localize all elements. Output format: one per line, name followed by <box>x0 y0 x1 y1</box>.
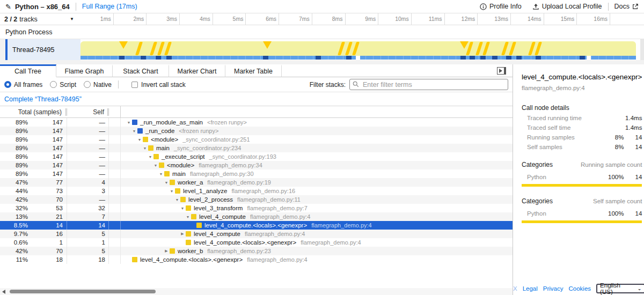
tab-marker-table[interactable]: Marker Table <box>225 64 282 77</box>
cell-total: 89%147 <box>0 127 67 135</box>
table-row[interactable]: 89%147—▼<module>_sync_coordinator.py:251 <box>0 135 513 144</box>
collapse-twisty-icon[interactable]: ▼ <box>158 172 164 176</box>
table-row[interactable]: 9.7%165▶level_4_computeflamegraph_demo.p… <box>0 230 513 238</box>
frame-name: _run_code <box>145 128 174 134</box>
horizontal-scrollbar[interactable] <box>0 288 513 295</box>
invert-call-stack-checkbox[interactable]: Invert call stack <box>131 81 186 88</box>
cell-spacer <box>109 144 121 152</box>
scrollbar-thumb[interactable] <box>10 290 156 293</box>
collapse-twisty-icon[interactable]: ▼ <box>152 164 159 167</box>
column-header-self[interactable]: Self <box>67 108 109 116</box>
thread-activity-graph[interactable] <box>80 39 644 60</box>
docs-link[interactable]: Docs <box>614 3 639 10</box>
marker-slash-icon[interactable] <box>535 42 542 55</box>
collapse-twisty-icon[interactable]: ▼ <box>174 198 180 202</box>
table-row[interactable]: 47%774▼worker_aflamegraph_demo.py:19 <box>0 178 513 187</box>
collapse-twisty-icon[interactable]: ▼ <box>179 206 186 210</box>
radio-script[interactable]: Script <box>50 81 76 88</box>
total-samples: 18 <box>28 256 67 263</box>
table-row[interactable]: 0.6%11level_4_compute.<locals>.<genexpr>… <box>0 238 513 247</box>
total-percent: 89% <box>0 136 28 143</box>
marker-triangle-icon[interactable] <box>460 41 469 49</box>
sidebar-toggle-icon[interactable] <box>497 67 506 75</box>
frame-name: _execute_script <box>162 153 205 160</box>
frame-filter-radios: All framesScriptNative <box>4 81 112 88</box>
marker-slash-icon[interactable] <box>475 42 483 55</box>
marker-slash-icon[interactable] <box>338 42 345 55</box>
breadcrumb-complete-range[interactable]: Complete “Thread-78495” <box>4 95 82 103</box>
frame-file: flamegraph_demo.py:30 <box>190 171 254 177</box>
total-percent: 89% <box>0 128 28 134</box>
marker-slash-icon[interactable] <box>135 42 143 55</box>
collapse-twisty-icon[interactable]: ▼ <box>163 181 170 185</box>
collapse-twisty-icon[interactable]: ▼ <box>136 138 143 142</box>
marker-slash-icon[interactable] <box>501 42 509 55</box>
table-row[interactable]: 42%705▶worker_bflamegraph_demo.py:23 <box>0 247 513 255</box>
collapse-twisty-icon[interactable]: ▼ <box>142 146 148 150</box>
footer-link-cookies[interactable]: Cookies <box>569 285 591 292</box>
table-row[interactable]: 44%733▼level_1_analyzeflamegraph_demo.py… <box>0 187 513 195</box>
table-row[interactable]: 8.5%1414level_4_compute.<locals>.<genexp… <box>0 221 513 230</box>
table-row[interactable]: 89%147—▼mainflamegraph_demo.py:30 <box>0 169 513 178</box>
table-row[interactable]: 11%1818level_4_compute.<locals>.<genexpr… <box>0 255 513 264</box>
cell-spacer <box>109 247 121 255</box>
tab-flame-graph[interactable]: Flame Graph <box>56 64 113 77</box>
frame-name: level_2_process <box>188 196 233 203</box>
cell-tree: ▼worker_aflamegraph_demo.py:19 <box>121 179 513 186</box>
tracks-dropdown[interactable]: 2 / 2 tracks ▼ <box>0 13 80 25</box>
cell-total: 11%18 <box>0 255 67 264</box>
footer-x-link[interactable]: X <box>513 285 517 292</box>
collapse-twisty-icon[interactable]: ▼ <box>169 189 175 193</box>
marker-slash-icon[interactable] <box>345 42 353 55</box>
collapse-twisty-icon[interactable]: ▼ <box>126 121 132 124</box>
full-range-link[interactable]: Full Range (17ms) <box>82 3 137 10</box>
table-row[interactable]: 89%147—▼_run_code<frozen runpy> <box>0 127 513 135</box>
cell-spacer <box>109 195 121 204</box>
language-select[interactable]: English (US) ⌄ <box>596 284 644 293</box>
filter-stacks-input[interactable] <box>349 79 508 90</box>
collapse-twisty-icon[interactable]: ▼ <box>147 155 153 159</box>
table-row[interactable]: 89%147—▼_run_module_as_main<frozen runpy… <box>0 118 513 127</box>
upload-profile-button[interactable]: Upload Local Profile <box>532 3 602 10</box>
collapse-twisty-icon[interactable]: ▼ <box>185 215 191 219</box>
frame-name: level_4_compute <box>199 213 246 220</box>
table-row[interactable]: 89%147—▼_execute_script_sync_coordinator… <box>0 152 513 161</box>
marker-triangle-icon[interactable] <box>263 41 272 49</box>
timeline-scrollbar[interactable] <box>640 39 644 60</box>
marker-slash-icon[interactable] <box>482 42 490 55</box>
table-row[interactable]: 13%217▼level_4_computeflamegraph_demo.py… <box>0 212 513 221</box>
table-row[interactable]: 89%147—▼main_sync_coordinator.py:234 <box>0 144 513 152</box>
marker-slash-icon[interactable] <box>352 42 360 55</box>
frame-file: <frozen runpy> <box>179 128 218 134</box>
thread-track[interactable]: Thread-78495 <box>0 39 644 60</box>
marker-slash-icon[interactable] <box>509 42 516 55</box>
table-row[interactable]: 89%147—▼<module>flamegraph_demo.py:34 <box>0 161 513 169</box>
profile-info-button[interactable]: Profile Info <box>480 3 522 10</box>
tab-call-tree[interactable]: Call Tree <box>0 64 56 77</box>
radio-native[interactable]: Native <box>84 81 112 88</box>
thread-track-label[interactable]: Thread-78495 <box>8 39 80 60</box>
frame-file: flamegraph_demo.py:4 <box>245 231 305 237</box>
table-row[interactable]: 42%70—▼level_2_processflamegraph_demo.py… <box>0 195 513 204</box>
process-track-header[interactable]: Python Process <box>0 25 644 39</box>
footer-link-privacy[interactable]: Privacy <box>543 285 564 292</box>
collapse-twisty-icon[interactable]: ▼ <box>131 129 137 133</box>
tab-stack-chart[interactable]: Stack Chart <box>113 64 169 77</box>
total-percent: 13% <box>0 213 28 220</box>
scroll-left-arrow-icon[interactable] <box>2 290 5 294</box>
edit-profile-name-icon[interactable]: ✎ <box>5 3 11 11</box>
tab-marker-chart[interactable]: Marker Chart <box>169 64 225 77</box>
marker-slash-icon[interactable] <box>150 42 157 55</box>
marker-slash-icon[interactable] <box>164 42 172 55</box>
expand-twisty-icon[interactable]: ▶ <box>179 232 186 236</box>
expand-twisty-icon[interactable]: ▶ <box>163 249 170 253</box>
ruler-tick: 4ms <box>180 13 213 25</box>
timeline-ruler-row: 2 / 2 tracks ▼ 1ms2ms3ms4ms5ms6ms7ms8ms9… <box>0 13 644 25</box>
marker-triangle-icon[interactable] <box>119 41 128 49</box>
footer-link-legal[interactable]: Legal <box>523 285 538 292</box>
table-row[interactable]: 32%5332▼level_3_transformflamegraph_demo… <box>0 204 513 212</box>
cell-self: — <box>67 161 109 169</box>
column-header-total[interactable]: Total (samples) <box>0 108 67 116</box>
marker-slash-icon[interactable] <box>157 42 165 55</box>
radio-all-frames[interactable]: All frames <box>4 81 42 88</box>
